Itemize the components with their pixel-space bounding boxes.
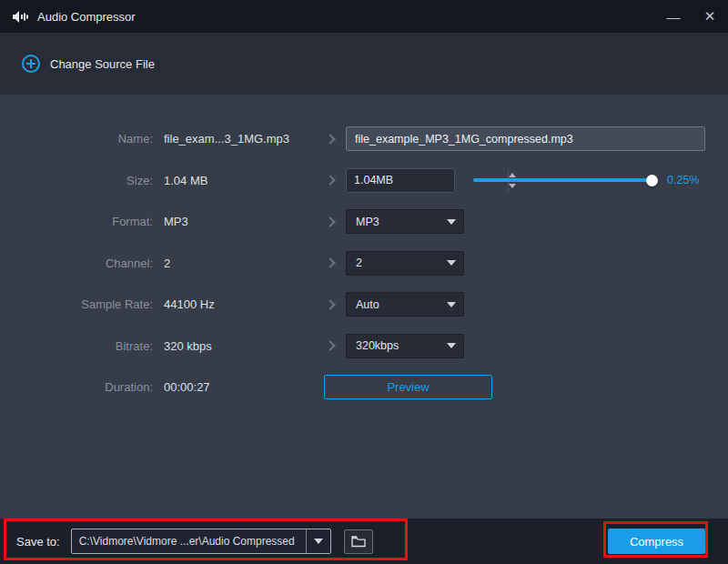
chevron-right-icon [325, 176, 335, 186]
format-source-value: MP3 [153, 215, 315, 228]
channel-source-value: 2 [153, 257, 315, 270]
window-title: Audio Compressor [37, 10, 136, 24]
dropdown-arrow-icon [447, 260, 456, 266]
plus-icon [22, 55, 40, 73]
dropdown-arrow-icon [447, 219, 456, 225]
sample-rate-dropdown[interactable]: Auto [346, 292, 464, 317]
dropdown-arrow-icon [447, 302, 456, 307]
slider-handle[interactable] [646, 175, 658, 186]
speaker-icon [13, 10, 28, 24]
duration-source-value: 00:00:27 [153, 380, 315, 394]
audio-compressor-window: Audio Compressor — ✕ Change Source File … [0, 0, 728, 564]
chevron-right-icon [325, 341, 335, 351]
save-path-combo [71, 529, 331, 554]
row-name: Name: file_exam...3_1MG.mp3 [0, 118, 705, 160]
name-source-value: file_exam...3_1MG.mp3 [153, 132, 315, 146]
change-source-file-button[interactable]: Change Source File [22, 55, 155, 73]
dropdown-arrow-icon [447, 343, 456, 348]
chevron-right-icon [325, 134, 335, 144]
bitrate-source-value: 320 kbps [153, 339, 315, 353]
channel-label: Channel: [0, 257, 153, 270]
name-label: Name: [0, 132, 153, 146]
size-slider-wrap: 0.25% [473, 174, 705, 186]
source-bar: Change Source File [0, 33, 728, 95]
window-controls: — ✕ [655, 0, 728, 33]
save-path-dropdown-button[interactable] [306, 529, 330, 553]
duration-label: Duration: [0, 380, 153, 394]
row-bitrate: Bitrate: 320 kbps 320kbps [0, 326, 705, 368]
browse-folder-button[interactable] [344, 529, 373, 554]
preview-button[interactable]: Preview [324, 375, 492, 399]
size-source-value: 1.04 MB [153, 174, 315, 187]
slider-fill [473, 178, 652, 182]
chevron-right-icon [325, 258, 335, 268]
format-label: Format: [0, 215, 153, 228]
row-format: Format: MP3 MP3 [0, 201, 705, 243]
titlebar: Audio Compressor — ✕ [0, 0, 728, 33]
compression-percent: 0.25% [667, 174, 705, 186]
size-spinner [346, 168, 455, 193]
channel-selected-value: 2 [356, 257, 362, 269]
bitrate-selected-value: 320kbps [356, 339, 399, 352]
close-button[interactable]: ✕ [692, 0, 728, 33]
chevron-right-icon [325, 299, 335, 309]
dropdown-arrow-icon [314, 539, 323, 544]
compress-button[interactable]: Compress [608, 529, 705, 554]
sample-rate-selected-value: Auto [356, 298, 379, 311]
output-name-input[interactable] [346, 126, 705, 151]
format-dropdown[interactable]: MP3 [346, 209, 464, 234]
save-to-label: Save to: [16, 535, 60, 549]
minimize-button[interactable]: — [655, 0, 692, 33]
settings-form: Name: file_exam...3_1MG.mp3 Size: 1.04 M… [0, 95, 728, 408]
row-sample-rate: Sample Rate: 44100 Hz Auto [0, 284, 705, 326]
bitrate-label: Bitrate: [0, 339, 153, 353]
sample-rate-label: Sample Rate: [0, 297, 153, 311]
sample-rate-source-value: 44100 Hz [153, 297, 315, 311]
size-slider[interactable] [473, 178, 655, 182]
row-duration: Duration: 00:00:27 Preview [0, 367, 705, 408]
save-path-input[interactable] [72, 529, 306, 553]
folder-icon [351, 536, 366, 548]
size-label: Size: [0, 174, 153, 187]
format-selected-value: MP3 [356, 216, 379, 228]
bitrate-dropdown[interactable]: 320kbps [346, 334, 464, 358]
row-channel: Channel: 2 2 [0, 243, 705, 285]
footer-bar: Save to: Compress [0, 519, 728, 564]
chevron-right-icon [325, 217, 335, 227]
row-size: Size: 1.04 MB 0.25% [0, 160, 705, 202]
change-source-file-label: Change Source File [50, 57, 155, 71]
channel-dropdown[interactable]: 2 [346, 251, 464, 276]
